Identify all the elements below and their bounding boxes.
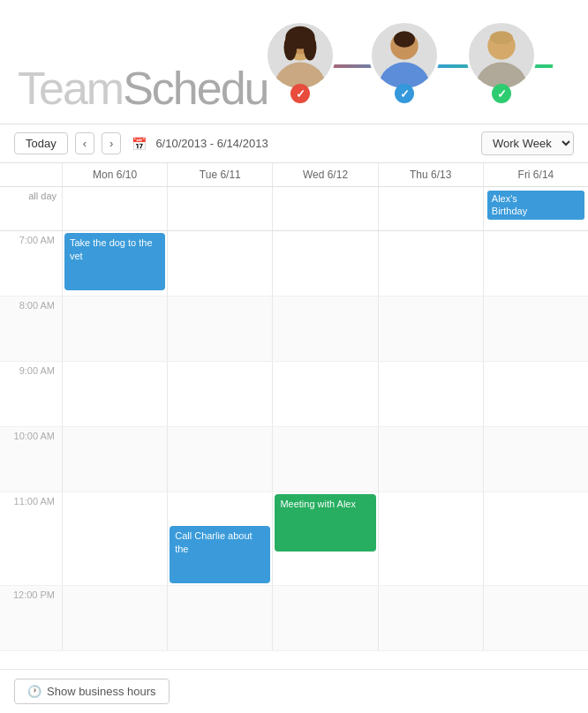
col-header-wed: Wed 6/12: [272, 163, 377, 186]
time-cell-7am-fri: [483, 231, 588, 296]
today-button[interactable]: Today: [14, 132, 68, 154]
all-day-cell-fri[interactable]: Alex'sBirthday: [483, 187, 588, 230]
time-cell-11am-wed[interactable]: Meeting with Alex: [272, 492, 377, 585]
avatar-item-2[interactable]: ✓: [369, 20, 440, 103]
col-header-tue: Tue 6/11: [167, 163, 272, 186]
footer-bar: 🕐 Show business hours: [0, 669, 588, 713]
time-cell-9am-thu: [378, 362, 483, 426]
time-cell-8am-thu: [378, 296, 483, 361]
app-container: TeamSchedu ✓: [0, 0, 588, 713]
time-cell-9am-wed: [272, 362, 377, 426]
time-row-9am: 9:00 AM: [0, 362, 588, 427]
time-cell-11am-thu: [378, 492, 483, 585]
time-cell-12pm-thu: [378, 586, 483, 650]
time-cell-12pm-tue: [167, 586, 272, 650]
calendar-grid: Mon 6/10 Tue 6/11 Wed 6/12 Thu 6/13 Fri …: [0, 163, 588, 713]
clock-icon: 🕐: [27, 685, 41, 698]
time-label-8am: 8:00 AM: [0, 296, 62, 361]
svg-point-8: [394, 31, 415, 48]
avatar-image-3: [466, 20, 537, 91]
date-range-text: 6/10/2013 - 6/14/2013: [155, 137, 268, 150]
svg-point-11: [490, 31, 513, 44]
show-business-hours-button[interactable]: 🕐 Show business hours: [14, 679, 170, 704]
business-hours-label: Show business hours: [47, 685, 156, 698]
logo-sched: Schedu: [123, 63, 268, 114]
time-cell-12pm-mon: [62, 586, 167, 650]
time-cell-8am-mon: [62, 296, 167, 361]
time-label-11am: 11:00 AM: [0, 492, 62, 585]
col-header-mon: Mon 6/10: [62, 163, 167, 186]
time-label-9am: 9:00 AM: [0, 362, 62, 426]
time-label-7am: 7:00 AM: [0, 231, 62, 296]
time-cell-10am-wed: [272, 427, 377, 492]
time-cell-9am-mon: [62, 362, 167, 426]
col-headers: Mon 6/10 Tue 6/11 Wed 6/12 Thu 6/13 Fri …: [0, 163, 588, 187]
time-cell-7am-tue: [167, 231, 272, 296]
time-grid: 7:00 AM Take the dog to the vet 8:00 AM: [0, 231, 588, 713]
avatar-image-1: [265, 20, 335, 91]
time-cell-9am-fri: [483, 362, 588, 426]
time-label-10am: 10:00 AM: [0, 427, 62, 492]
time-cell-7am-wed: [272, 231, 377, 296]
all-day-label: all day: [0, 187, 62, 230]
col-header-fri: Fri 6/14: [483, 163, 588, 186]
time-row-10am: 10:00 AM: [0, 427, 588, 492]
avatar-badge-1: ✓: [290, 84, 310, 103]
avatar-item-1[interactable]: ✓: [265, 20, 335, 103]
nav-prev-button[interactable]: ‹: [75, 132, 94, 154]
time-label-12pm: 12:00 PM: [0, 586, 62, 650]
time-cell-8am-wed: [272, 296, 377, 361]
time-cell-12pm-wed: [272, 586, 377, 650]
time-cell-10am-thu: [378, 427, 483, 492]
time-cell-11am-mon: [62, 492, 167, 585]
avatar-badge-2: ✓: [395, 84, 414, 103]
col-header-time: [0, 163, 62, 186]
all-day-cell-thu: [378, 187, 483, 230]
toolbar: Today ‹ › 📅 6/10/2013 - 6/14/2013 Work W…: [0, 124, 588, 163]
svg-point-4: [284, 34, 298, 61]
all-day-row: all day Alex'sBirthday: [0, 187, 588, 231]
event-alexbirthday[interactable]: Alex'sBirthday: [487, 191, 584, 220]
time-cell-8am-tue: [167, 296, 272, 361]
logo-team: Team: [18, 63, 123, 114]
time-row-12pm: 12:00 PM: [0, 586, 588, 651]
col-header-thu: Thu 6/13: [378, 163, 483, 186]
avatar-badge-3: ✓: [492, 84, 511, 103]
avatars-row: ✓ ✓: [265, 4, 570, 119]
time-cell-8am-fri: [483, 296, 588, 361]
time-cell-7am-thu: [378, 231, 483, 296]
time-row-8am: 8:00 AM: [0, 296, 588, 362]
calendar-icon: 📅: [132, 137, 147, 151]
event-call-charlie[interactable]: Call Charlie about the: [170, 526, 270, 583]
time-cell-9am-tue: [167, 362, 272, 426]
time-cell-7am-mon[interactable]: Take the dog to the vet: [62, 231, 167, 296]
nav-next-button[interactable]: ›: [102, 132, 121, 154]
time-cell-10am-fri: [483, 427, 588, 492]
svg-point-5: [304, 34, 317, 61]
avatar-image-2: [369, 20, 440, 91]
event-dog-vet[interactable]: Take the dog to the vet: [64, 233, 165, 290]
time-cell-11am-fri: [483, 492, 588, 585]
time-cell-11am-tue[interactable]: Call Charlie about the: [167, 492, 272, 585]
all-day-cell-wed: [272, 187, 377, 230]
event-meeting-alex[interactable]: Meeting with Alex: [275, 494, 375, 552]
time-row-7am: 7:00 AM Take the dog to the vet: [0, 231, 588, 296]
time-cell-10am-tue: [167, 427, 272, 492]
avatar-item-3[interactable]: ✓: [466, 20, 537, 103]
time-cell-12pm-fri: [483, 586, 588, 650]
time-row-11am: 11:00 AM Call Charlie about the Meeting …: [0, 492, 588, 586]
logo: TeamSchedu: [18, 62, 268, 115]
time-cell-10am-mon: [62, 427, 167, 492]
all-day-cell-mon: [62, 187, 167, 230]
view-select[interactable]: Work Week Day Week Month: [481, 131, 574, 155]
all-day-cell-tue: [167, 187, 272, 230]
header: TeamSchedu ✓: [0, 0, 588, 124]
